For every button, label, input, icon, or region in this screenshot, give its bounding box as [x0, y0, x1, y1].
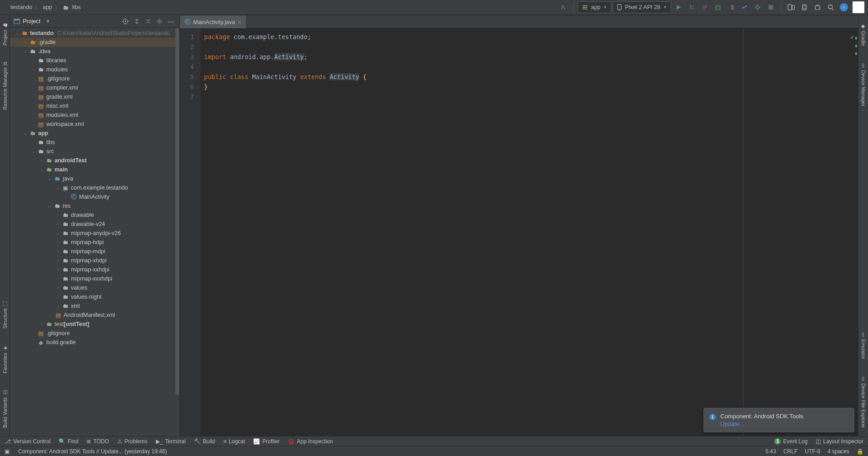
- chevron-right-icon[interactable]: ›: [30, 67, 37, 72]
- chevron-right-icon[interactable]: ›: [22, 40, 29, 45]
- notification-popup[interactable]: i Component: Android SDK Tools Update...: [703, 408, 854, 432]
- tree-file-modulesxml[interactable]: ▤modules.xml: [10, 110, 180, 120]
- close-icon[interactable]: ×: [238, 19, 241, 26]
- sidetab-device-manager[interactable]: ▯ Device Manager: [859, 60, 867, 109]
- chevron-right-icon[interactable]: ›: [55, 304, 62, 308]
- inspection-ok-icon[interactable]: ✔: [851, 32, 854, 42]
- sidetab-device-file-explorer[interactable]: ▯ Device File Explorer: [859, 373, 867, 431]
- gear-icon[interactable]: [155, 16, 165, 26]
- tree-folder-java[interactable]: ⌄🖿java: [10, 174, 180, 183]
- tree-folder-idea[interactable]: ⌄ 🖿 .idea: [10, 47, 180, 56]
- chevron-right-icon[interactable]: ›: [38, 158, 45, 163]
- lock-icon[interactable]: 🔒: [857, 448, 863, 455]
- tree-folder-mipmap-xxxhdpi[interactable]: ›🖿mipmap-xxxhdpi: [10, 274, 180, 283]
- tw-logcat[interactable]: ≡Logcat: [223, 438, 245, 445]
- profiler-icon[interactable]: [738, 1, 750, 13]
- tree-folder-res[interactable]: ⌄🖿res: [10, 201, 180, 210]
- chevron-right-icon[interactable]: ›: [55, 258, 62, 263]
- tw-terminal[interactable]: ▶_Terminal: [156, 438, 186, 445]
- run-icon[interactable]: [673, 1, 684, 13]
- tw-version-control[interactable]: ⎇Version Control: [5, 438, 50, 445]
- apply-changes-icon[interactable]: [686, 1, 698, 13]
- tree-file-gitignore-app[interactable]: ▤.gitignore: [10, 329, 180, 338]
- avd-icon[interactable]: [785, 1, 797, 13]
- tree-folder-libraries[interactable]: ›🖿libraries: [10, 56, 180, 65]
- coverage-icon[interactable]: [725, 1, 737, 13]
- tw-todo[interactable]: ≣TODO: [86, 438, 109, 445]
- tree-folder-mipmap-xhdpi[interactable]: ›🖿mipmap-xhdpi: [10, 256, 180, 265]
- project-view-dropdown[interactable]: Project ▼: [14, 18, 120, 25]
- tree-folder-mipmap-hdpi[interactable]: ›🖿mipmap-hdpi: [10, 238, 180, 247]
- attach-debugger-icon[interactable]: [752, 1, 763, 13]
- tree-class-mainactivity[interactable]: ⒸMainActivity: [10, 192, 180, 201]
- code-area[interactable]: 1 2 3 4 5 6 7 package com.example.testan…: [180, 28, 858, 436]
- tree-file-manifest[interactable]: ▤AndroidManifest.xml: [10, 311, 180, 320]
- tree-folder-drawable-v24[interactable]: ›🖿drawable-v24: [10, 220, 180, 229]
- tree-folder-mipmap-anydpi[interactable]: ›🖿mipmap-anydpi-v26: [10, 229, 180, 238]
- status-message[interactable]: Component: Android SDK Tools // Update..…: [18, 448, 167, 455]
- hide-icon[interactable]: —: [166, 16, 176, 26]
- tree-folder-values[interactable]: ›🖿values: [10, 283, 180, 292]
- chevron-down-icon[interactable]: ⌄: [22, 49, 29, 54]
- locate-icon[interactable]: [120, 16, 130, 26]
- stop-icon[interactable]: [765, 1, 777, 13]
- popup-link[interactable]: Update...: [720, 421, 744, 427]
- module-dropdown[interactable]: app ▼: [578, 1, 611, 13]
- sidetab-favorites[interactable]: Favorites★: [1, 342, 9, 376]
- tw-find[interactable]: 🔍Find: [59, 438, 78, 445]
- sidetab-project[interactable]: Project🖿: [1, 20, 9, 48]
- status-cursor[interactable]: 5:43: [765, 448, 776, 455]
- chevron-down-icon[interactable]: ⌄: [55, 185, 62, 190]
- tree-file-gitignore[interactable]: ▤.gitignore: [10, 74, 180, 83]
- debug-icon[interactable]: [712, 1, 724, 13]
- status-encoding[interactable]: UTF-8: [805, 448, 820, 455]
- tree-folder-src[interactable]: ⌄🖿src: [10, 147, 180, 156]
- chevron-down-icon[interactable]: ⌄: [46, 176, 54, 181]
- code-body[interactable]: package com.example.testando; import and…: [200, 28, 367, 436]
- chevron-right-icon[interactable]: ›: [55, 286, 62, 290]
- collapse-all-icon[interactable]: [143, 16, 153, 26]
- tree-folder-gradle[interactable]: › 🖿 .gradle: [10, 38, 180, 47]
- tree-file-miscxml[interactable]: ▤misc.xml: [10, 101, 180, 110]
- chevron-down-icon[interactable]: ⌄: [14, 31, 21, 35]
- notification-icon[interactable]: ↑: [838, 1, 850, 13]
- chevron-right-icon[interactable]: ›: [38, 322, 45, 326]
- tree-folder-drawable[interactable]: ›🖿drawable: [10, 210, 180, 220]
- chevron-right-icon[interactable]: ›: [55, 249, 62, 254]
- tree-file-gradlexml[interactable]: ▤gradle.xml: [10, 92, 180, 101]
- breadcrumb-app[interactable]: app: [43, 4, 52, 10]
- tree-folder-modules[interactable]: ›🖿modules: [10, 65, 180, 74]
- project-tree[interactable]: ⌄ 🖿 testando C:\Users\kalar\AndroidStudi…: [10, 28, 180, 436]
- sidetab-emulator[interactable]: ▯ Emulator: [859, 329, 867, 362]
- scrollbar-thumb[interactable]: [175, 28, 179, 395]
- tree-module-app[interactable]: ⌄🖿app: [10, 129, 180, 138]
- tree-root[interactable]: ⌄ 🖿 testando C:\Users\kalar\AndroidStudi…: [10, 29, 180, 38]
- expand-all-icon[interactable]: [132, 16, 142, 26]
- sidetab-build-variants[interactable]: Build Variants◫: [1, 387, 9, 431]
- chevron-right-icon[interactable]: ›: [55, 231, 62, 236]
- tree-folder-xml[interactable]: ›🖿xml: [10, 301, 180, 311]
- chevron-down-icon[interactable]: ⌄: [38, 167, 45, 172]
- tree-folder-values-night[interactable]: ›🖿values-night: [10, 292, 180, 301]
- editor-tab-mainactivity[interactable]: Ⓒ MainActivity.java ×: [180, 15, 246, 28]
- chevron-right-icon[interactable]: ›: [55, 267, 62, 272]
- chevron-right-icon[interactable]: ›: [55, 213, 62, 217]
- tree-package[interactable]: ⌄▣com.example.testando: [10, 183, 180, 192]
- tree-folder-libs[interactable]: 🖿libs: [10, 138, 180, 147]
- status-indent[interactable]: 4 spaces: [828, 448, 849, 455]
- breadcrumb[interactable]: testando 〉 app 〉 🖿 libs: [10, 4, 557, 11]
- chevron-right-icon[interactable]: ›: [55, 222, 62, 226]
- tw-build[interactable]: 🔨Build: [194, 438, 215, 445]
- avatar[interactable]: [853, 1, 864, 13]
- device-dropdown[interactable]: Pixel 2 API 28 ▼: [613, 1, 671, 13]
- sidetab-resource-manager[interactable]: Resource Manager⧉: [1, 59, 9, 113]
- search-icon[interactable]: [825, 1, 837, 13]
- tw-problems[interactable]: ⚠Problems: [117, 438, 148, 445]
- tw-profiler[interactable]: 📈Profiler: [253, 438, 279, 445]
- tree-folder-androidtest[interactable]: ›🖿androidTest: [10, 156, 180, 165]
- chevron-down-icon[interactable]: ⌄: [46, 204, 54, 208]
- sidetab-structure[interactable]: Structure⛶: [1, 299, 9, 331]
- sync-icon[interactable]: [557, 1, 569, 13]
- status-line-sep[interactable]: CRLF: [783, 448, 798, 455]
- chevron-down-icon[interactable]: ⌄: [30, 149, 37, 154]
